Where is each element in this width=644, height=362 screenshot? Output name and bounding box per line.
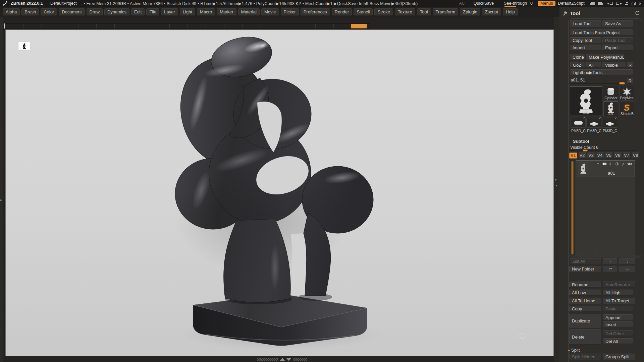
subtool-empty-row[interactable] xyxy=(576,209,635,225)
active-tool-slider-label[interactable]: a01. 51 xyxy=(571,77,585,82)
next-window-icon[interactable]: ▶ xyxy=(616,2,622,5)
menu-item[interactable]: Document xyxy=(59,8,85,15)
scroll-up-icon[interactable] xyxy=(280,358,285,361)
subtool-empty-row[interactable] xyxy=(576,225,635,241)
pm3d-slab-thumbnail[interactable]: 2 PM3D_C xyxy=(602,118,617,128)
del-all-button[interactable]: Del All xyxy=(603,338,633,344)
load-tool-button[interactable]: Load Tool xyxy=(570,20,601,27)
scrollbar-right-grip[interactable] xyxy=(292,358,307,361)
move-out-of-folder-button[interactable] xyxy=(619,266,635,272)
a01-tool-thumbnail[interactable]: a01 xyxy=(603,102,618,116)
menu-item[interactable]: Color xyxy=(41,8,57,15)
load-tools-from-project-button[interactable]: Load Tools From Project xyxy=(570,29,633,36)
goz-visible-button[interactable]: Visible xyxy=(602,62,626,68)
goz-r-button[interactable]: R xyxy=(627,62,633,68)
split-hidden-button[interactable]: Split Hidden xyxy=(569,354,601,360)
scroll-down-icon[interactable] xyxy=(286,358,291,361)
menu-item[interactable]: Stroke xyxy=(374,8,393,15)
all-high-button[interactable]: All High xyxy=(603,290,633,296)
document-canvas[interactable] xyxy=(5,29,554,356)
save-as-button[interactable]: Save As xyxy=(602,20,633,27)
subtool-empty-row[interactable] xyxy=(576,193,635,209)
menu-item[interactable]: Alpha xyxy=(3,8,20,15)
right-tray-close-icon[interactable]: ◂ xyxy=(555,184,557,187)
prev-frames-icon[interactable]: ◀ xyxy=(589,1,595,6)
subtool-view-tab[interactable]: V4 xyxy=(596,153,604,159)
active-tool-slider-handle[interactable] xyxy=(619,82,625,84)
menu-item[interactable]: Picker xyxy=(281,8,299,15)
subtool-uv-crescent-icon[interactable] xyxy=(609,162,613,166)
visible-count-slider-label[interactable]: Visible Count 6 xyxy=(570,145,598,150)
menu-item[interactable]: Macro xyxy=(197,8,215,15)
active-tool-r-button[interactable]: R xyxy=(627,78,633,83)
subtool-move-down-button[interactable]: ↓ xyxy=(619,258,635,264)
menu-item[interactable]: File xyxy=(146,8,159,15)
simplebrush-tool-thumbnail[interactable]: S SimpleB xyxy=(619,102,634,116)
append-button[interactable]: Append xyxy=(603,314,633,320)
new-folder-button[interactable]: New Folder xyxy=(569,266,601,272)
delete-button[interactable]: Delete xyxy=(569,329,601,345)
clone-button[interactable]: Clone xyxy=(570,54,585,60)
palette-reset-icon[interactable] xyxy=(635,10,640,15)
menu-item[interactable]: Render xyxy=(332,8,352,15)
menu-item[interactable]: Marker xyxy=(217,8,236,15)
duplicate-button[interactable]: Duplicate xyxy=(569,314,601,328)
quicksave-button[interactable]: QuickSave xyxy=(474,1,494,6)
insert-button[interactable]: Insert xyxy=(603,321,633,327)
subtool-view-tab[interactable]: V8 xyxy=(632,153,640,159)
rename-button[interactable]: Rename xyxy=(569,282,601,288)
subtool-empty-row[interactable] xyxy=(576,177,635,193)
canvas-scrollbar[interactable] xyxy=(257,358,307,361)
list-all-button[interactable]: List All xyxy=(570,258,601,264)
subtool-view-tab[interactable]: V7 xyxy=(623,153,631,159)
subtool-view-tab[interactable]: V1 xyxy=(569,153,577,159)
menu-item[interactable]: Zscript xyxy=(482,8,501,15)
menu-item[interactable]: Transform xyxy=(433,8,459,15)
autoreorder-button[interactable]: AutoReorder xyxy=(603,282,635,288)
menu-item[interactable]: Preferences xyxy=(301,8,330,15)
sculpture-3d-model[interactable] xyxy=(174,33,382,351)
menu-item[interactable]: Edit xyxy=(131,8,145,15)
subtool-empty-row[interactable] xyxy=(576,241,635,257)
next-frames-icon[interactable]: ▶ xyxy=(598,1,604,6)
paste-subtool-button[interactable]: Paste xyxy=(603,306,633,312)
menu-item[interactable]: Zplugin xyxy=(460,8,480,15)
subtool-paintbrush-icon[interactable] xyxy=(621,162,625,166)
copy-subtool-button[interactable]: Copy xyxy=(569,306,601,312)
current-tool-thumbnail[interactable]: a01 xyxy=(570,86,602,115)
paste-tool-button[interactable]: Paste Tool xyxy=(602,37,633,43)
timeline-active-segment[interactable] xyxy=(351,24,367,28)
pm3d-cube-thumbnail[interactable]: 2 PM3D_C xyxy=(586,118,601,128)
subtool-list-resize-grip[interactable] xyxy=(570,255,641,258)
prev-window-icon[interactable]: ◀ xyxy=(607,2,613,5)
all-to-target-button[interactable]: All To Target xyxy=(603,298,635,304)
export-button[interactable]: Export xyxy=(602,45,633,51)
copy-tool-button[interactable]: Copy Tool xyxy=(570,37,601,43)
goz-all-button[interactable]: All xyxy=(586,62,601,68)
menu-item[interactable]: Stencil xyxy=(354,8,373,15)
subtool-move-up-button[interactable]: ↑ xyxy=(603,258,618,264)
restore-icon[interactable] xyxy=(632,2,635,5)
menu-item[interactable]: Draw xyxy=(87,8,103,15)
scrollbar-left-grip[interactable] xyxy=(257,358,279,361)
subtool-flip-icon[interactable] xyxy=(596,162,600,166)
right-tray-open-icon[interactable]: ▸ xyxy=(555,178,557,181)
menu-item[interactable]: Brush xyxy=(21,8,39,15)
subtool-polypaint-icon[interactable] xyxy=(602,162,607,166)
close-icon[interactable]: × xyxy=(639,1,641,6)
menu-item[interactable]: Light xyxy=(180,8,195,15)
split-section-header[interactable]: Split xyxy=(571,348,580,353)
make-polymesh3d-button[interactable]: Make PolyMesh3D xyxy=(586,54,624,60)
subtool-contrast-icon[interactable] xyxy=(615,162,619,166)
import-button[interactable]: Import xyxy=(570,45,601,51)
groups-split-button[interactable]: Groups Split xyxy=(603,354,635,360)
all-to-home-button[interactable]: All To Home xyxy=(569,298,601,304)
all-low-button[interactable]: All Low xyxy=(569,290,601,296)
menu-item[interactable]: Dynamics xyxy=(104,8,129,15)
visible-count-slider-handle[interactable] xyxy=(583,149,588,152)
menu-item[interactable]: Layer xyxy=(161,8,178,15)
subtool-view-tab[interactable]: V5 xyxy=(605,153,613,159)
visible-count-slider-track[interactable] xyxy=(570,150,636,151)
see-through-slider[interactable]: See-through xyxy=(504,1,527,6)
minimize-icon[interactable] xyxy=(625,2,628,5)
